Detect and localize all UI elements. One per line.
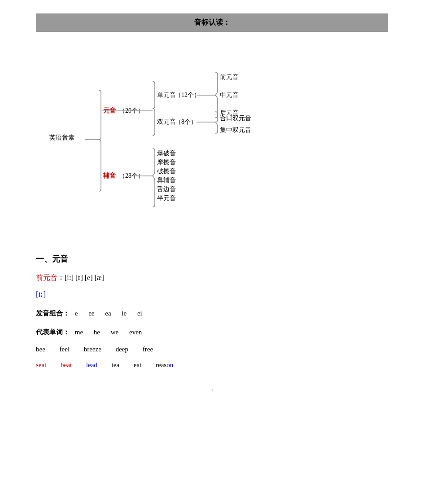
word-even: even: [129, 329, 142, 336]
representative-words-row: 代表单词： me he we even: [36, 327, 388, 337]
word-bee: bee: [36, 346, 45, 353]
word-breeze: breeze: [84, 346, 101, 353]
combo-e: e: [75, 310, 78, 317]
svg-text:（8个）: （8个）: [175, 118, 197, 125]
tree-lateral: 舌边音: [157, 186, 176, 193]
pronunciation-combos-row: 发音组合： e ee ea ie ei: [36, 308, 388, 319]
tree-plosive: 爆破音: [157, 150, 176, 157]
front-vowel-symbols: ：[iː] [ɪ] [e] [æ]: [57, 274, 104, 281]
tree-monophthong: 单元音: [157, 92, 176, 98]
tree-consonant: 辅音: [103, 172, 116, 179]
tree-centering-diphthong: 集中双元音: [220, 127, 251, 133]
tree-nasal: 鼻辅音: [157, 177, 176, 184]
tree-fricative: 摩擦音: [157, 159, 176, 166]
word-deep: deep: [116, 346, 128, 353]
word-seat: seat: [36, 361, 46, 369]
tree-affricate: 破擦音: [157, 168, 176, 175]
page-number: 1: [36, 387, 388, 394]
svg-text:（12个）: （12个）: [175, 92, 200, 98]
combo-ie: ie: [122, 310, 127, 317]
pronunciation-combos-label: 发音组合：: [36, 310, 70, 317]
word-tea: tea: [112, 361, 119, 369]
section1-heading: 一、元音: [36, 254, 388, 264]
tree-diagram: 英语音素 元音 （20个） 辅音 （28个） 单元音 （12个） 双元音 （8个…: [36, 45, 350, 234]
tree-closing-diphthong: 合口双元音: [220, 115, 251, 122]
tree-mid-vowel: 中元音: [220, 92, 239, 98]
tree-diphthong: 双元音: [157, 118, 176, 125]
title-bar: 音标认读：: [36, 13, 388, 32]
front-vowel-label: 前元音: [36, 274, 57, 281]
page: 音标认读： 英语音素 元音 （20个） 辅音 （28个） 单元音 （12个）: [0, 0, 424, 504]
tree-section: 英语音素 元音 （20个） 辅音 （28个） 单元音 （12个） 双元音 （8个…: [36, 45, 388, 236]
title-text: 音标认读：: [194, 18, 230, 26]
word-reason: reason: [156, 361, 186, 369]
combo-ei: ei: [137, 310, 142, 317]
word-feel: feel: [60, 346, 70, 353]
tree-root: 英语音素: [49, 134, 74, 141]
word-eat: eat: [134, 361, 141, 369]
tree-semi-vowel: 半元音: [157, 195, 176, 202]
word-row-2: seat beat lead tea eat reason: [36, 361, 388, 369]
word-beat: beat: [61, 361, 72, 369]
ipa-symbol: [iː]: [36, 289, 388, 299]
word-lead: lead: [86, 361, 97, 369]
tree-vowel: 元音: [103, 107, 116, 114]
word-row-1: bee feel breeze deep free: [36, 346, 388, 353]
tree-front-vowel: 前元音: [220, 74, 239, 80]
word-he: he: [94, 329, 100, 336]
front-vowel-heading: 前元音：[iː] [ɪ] [e] [æ]: [36, 273, 388, 283]
combo-ea: ea: [105, 310, 111, 317]
word-me: me: [75, 329, 83, 336]
pronunciation-combos: e ee ea ie ei: [75, 310, 151, 317]
combo-ee: ee: [88, 310, 94, 317]
representative-words-label: 代表单词：: [36, 329, 70, 336]
representative-words: me he we even: [75, 329, 151, 336]
word-free: free: [143, 346, 153, 353]
word-reason-on: on: [166, 361, 173, 369]
word-we: we: [111, 329, 119, 336]
